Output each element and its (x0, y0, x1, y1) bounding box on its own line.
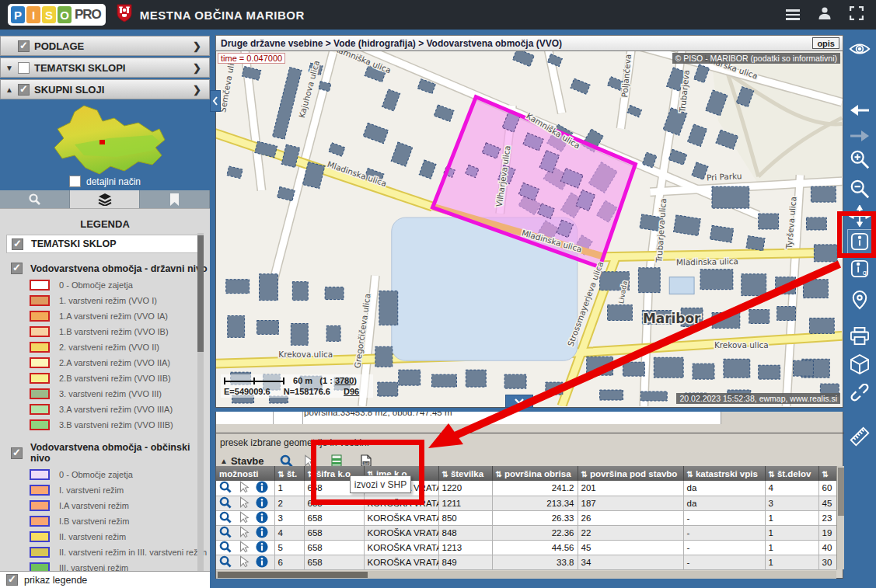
col-st-delov[interactable]: ⇅št.delov (765, 466, 818, 481)
scrollbar-thumb[interactable] (218, 572, 368, 578)
zoom-in-icon[interactable] (847, 147, 872, 172)
user-icon[interactable] (817, 5, 832, 24)
logo-suffix: PRO (75, 7, 101, 23)
podlage-checkbox[interactable] (18, 40, 30, 52)
legend-item-label: 1.A varstveni režim (VVO IA) (59, 311, 168, 321)
fullscreen-icon[interactable] (850, 6, 864, 23)
piso-gis-app: P I S O PRO MESTNA OBČINA MARIBOR (0, 0, 876, 588)
row-info-icon[interactable] (256, 555, 268, 569)
measure-ruler-icon[interactable] (847, 424, 872, 449)
tab-bookmarks[interactable] (140, 190, 210, 208)
collapse-arrow[interactable]: ▲ (1, 85, 18, 94)
select-row-icon[interactable] (238, 526, 250, 540)
locate-pin-icon[interactable] (847, 287, 872, 312)
zoom-to-row-icon[interactable] (219, 496, 232, 510)
datum-link[interactable]: D96 (344, 387, 359, 396)
table-row[interactable]: 3658KOROŠKA VRATA 85026.3326 -123 (216, 510, 836, 525)
skupni-checkbox[interactable] (18, 84, 30, 96)
select-row-icon[interactable] (238, 555, 250, 569)
collapse-triangle[interactable]: ▲ (220, 457, 228, 465)
collapse-arrow[interactable]: ▼ (1, 64, 18, 72)
legend-group-obcinski[interactable]: Vodovarstvena območja - občinski nivo (11, 442, 210, 464)
street-label: Pri Parku (707, 171, 742, 182)
table-row[interactable]: 5658KOROŠKA VRATA 121344.5645 -140 (216, 540, 836, 555)
row-info-icon[interactable] (256, 541, 268, 555)
scrollbar-thumb[interactable] (197, 235, 204, 352)
select-row-icon[interactable] (238, 511, 250, 525)
previous-view-icon[interactable] (847, 98, 872, 123)
legend-swatch (30, 516, 50, 527)
view-eye-icon[interactable] (847, 37, 872, 61)
panel-tematski-sklopi[interactable]: ▼ TEMATSKI SKLOPI ❯ (0, 57, 210, 78)
zoom-to-row-icon[interactable] (219, 481, 232, 495)
tematski-sklop-checkbox[interactable] (12, 238, 23, 250)
row-info-icon[interactable] (256, 511, 268, 525)
opis-button[interactable]: opis (812, 37, 839, 49)
table-vertical-scrollbar[interactable] (836, 466, 844, 569)
zoom-to-row-icon[interactable] (219, 526, 232, 540)
legend-item: 1.A varstveni režim (VVO IA) (30, 308, 210, 324)
chevron-right-icon[interactable]: ❯ (193, 40, 201, 52)
group-checkbox[interactable] (11, 447, 23, 459)
scale-ratio-value[interactable]: 3780 (335, 376, 354, 385)
legend-swatch (30, 295, 50, 306)
panel-skupni-sloji[interactable]: ▲ SKUPNI SLOJI ❯ (0, 79, 210, 99)
table-horizontal-scrollbar[interactable] (216, 571, 836, 579)
select-row-icon[interactable] (238, 496, 250, 510)
legend-group-label: Vodovarstvena območja - državni nivo (30, 263, 208, 274)
row-info-icon[interactable] (256, 481, 268, 495)
legend-item-label: I.B varstveni režim (59, 517, 129, 526)
current-extent-marker (99, 140, 105, 144)
piso-logo[interactable]: P I S O PRO (8, 4, 106, 26)
zoom-to-row-icon[interactable] (219, 511, 232, 525)
geometry-measures-text: površina:33453.8 m2, obod:747.45 m (304, 412, 452, 417)
col-stevilka[interactable]: ⇅številka (438, 466, 492, 481)
tematski-checkbox[interactable] (18, 62, 30, 74)
legend-scrollbar[interactable] (197, 233, 204, 571)
tab-layers[interactable] (70, 190, 140, 208)
prikaz-legende-checkbox[interactable] (6, 574, 18, 586)
chevron-right-icon[interactable]: ❯ (193, 84, 201, 96)
detail-mode-row[interactable]: detajlni način (0, 176, 210, 187)
3d-view-icon[interactable] (847, 352, 872, 377)
col-povrsina-pod-stavbo[interactable]: ⇅površina pod stavbo (578, 466, 683, 481)
legend-swatch (30, 547, 50, 558)
col-katastrski-vpis[interactable]: ⇅katastrski vpis (683, 466, 765, 481)
legend-swatch (30, 326, 50, 337)
menu-icon[interactable] (786, 7, 800, 23)
legend-footer[interactable]: prikaz legende (0, 571, 210, 588)
legend-panel: LEGENDA TEMATSKI SKLOP Vodovarstvena obm… (0, 208, 210, 571)
col-st[interactable]: ⇅št. (274, 466, 304, 481)
table-row[interactable]: 4658KOROŠKA VRATA 84822.3622 -119 (216, 525, 836, 540)
legend-group-label: Vodovarstvena območja - občinski nivo (30, 442, 210, 464)
share-link-icon[interactable] (847, 381, 872, 405)
tab-search[interactable] (0, 190, 70, 208)
chevron-right-icon[interactable]: ❯ (193, 62, 201, 74)
col-partial[interactable]: ⇅ (818, 466, 836, 481)
col-povrsina-obrisa[interactable]: ⇅površina obrisa (492, 466, 578, 481)
zoom-to-row-icon[interactable] (219, 555, 232, 569)
identify-group-icon[interactable]: g (847, 256, 872, 281)
zoom-out-icon[interactable] (847, 176, 872, 201)
scrollbar-thumb[interactable] (838, 468, 844, 516)
table-row[interactable]: 2658KOROŠKA VRATA 1211213.34187 da345 (216, 496, 836, 510)
collapse-sidebar-tab[interactable] (210, 90, 221, 112)
next-view-icon[interactable] (847, 124, 872, 148)
map-drawing: Semčeva ulica Kajuhova ulica Kamniška ul… (216, 51, 843, 406)
table-row[interactable]: 6658KOROŠKA VRATA 84933.834 -130 (216, 555, 836, 569)
legend-root-row[interactable]: TEMATSKI SKLOP (6, 235, 198, 253)
group-checkbox[interactable] (11, 263, 23, 274)
table-row[interactable]: 1658KOROŠKA VRATA 1220241.2201 da460 (216, 481, 836, 496)
coordinate-n: N=158176.6 (284, 387, 330, 396)
select-row-icon[interactable] (238, 481, 250, 495)
panel-podlage[interactable]: PODLAGE ❯ (0, 36, 210, 56)
zoom-to-row-icon[interactable] (219, 541, 232, 555)
row-info-icon[interactable] (256, 526, 268, 540)
collapse-results-tab[interactable] (505, 395, 533, 408)
select-row-icon[interactable] (238, 541, 250, 555)
print-icon[interactable] (847, 324, 872, 349)
legend-group-drzavni[interactable]: Vodovarstvena območja - državni nivo (11, 263, 210, 274)
detail-mode-checkbox[interactable] (69, 176, 81, 187)
map-canvas[interactable]: Semčeva ulica Kajuhova ulica Kamniška ul… (215, 51, 843, 408)
row-info-icon[interactable] (256, 496, 268, 510)
